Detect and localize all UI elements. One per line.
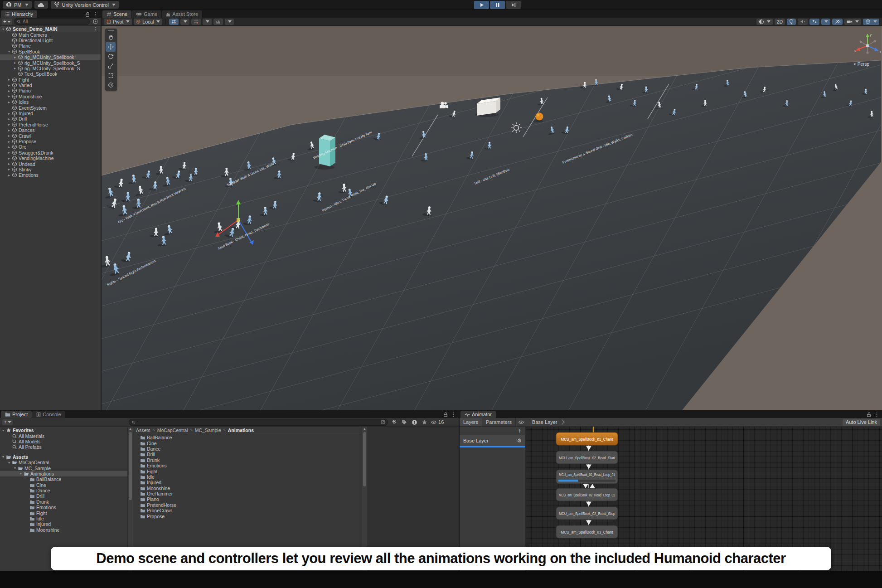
project-tree-item[interactable]: Idle (0, 516, 127, 521)
folder-item[interactable]: Propose (133, 513, 362, 519)
foldout-open-icon[interactable]: ▾ (1, 455, 5, 459)
project-tree-item[interactable]: ▾Animations (0, 471, 127, 476)
foldout-closed-icon[interactable]: ▸ (7, 151, 11, 155)
project-tree-item[interactable]: Emotions (0, 505, 127, 510)
layers-tab[interactable]: Layers (460, 418, 482, 426)
foldout-closed-icon[interactable]: ▸ (7, 156, 11, 160)
increment-snap-toggle[interactable] (191, 19, 201, 25)
hierarchy-item[interactable]: ▸Orc (0, 144, 101, 150)
foldout-closed-icon[interactable]: ▸ (7, 167, 11, 171)
lock-icon[interactable] (85, 12, 90, 17)
project-tree-item[interactable]: Moonshine (0, 527, 127, 533)
hierarchy-item[interactable]: ▸PretendHorse (0, 122, 101, 127)
folder-item[interactable]: Drunk (133, 457, 362, 463)
hidden-count[interactable]: 16 (431, 419, 444, 425)
animator-state[interactable]: MCU_am_SpellBook_02_Read_Stop (556, 507, 618, 520)
search-by-label-icon[interactable] (401, 419, 408, 425)
favorites-filter-icon[interactable] (421, 419, 428, 425)
project-tree-item[interactable]: All Models (0, 439, 127, 444)
add-layer-button[interactable]: + (460, 427, 525, 435)
hierarchy-item[interactable]: ▸Varied (0, 83, 101, 88)
effects-dropdown[interactable] (821, 19, 830, 25)
measure-dropdown[interactable] (225, 19, 234, 25)
warning-filter-icon[interactable] (411, 419, 418, 425)
tab-scene[interactable]: Scene (102, 10, 131, 18)
hierarchy-item[interactable]: ▸Crawl (0, 133, 101, 138)
foldout-open-icon[interactable]: ▾ (1, 27, 5, 31)
menu-kebab-icon[interactable]: ⋮ (93, 12, 98, 16)
rotate-tool-button[interactable] (106, 52, 116, 61)
hierarchy-item[interactable]: ▸VendingMachine (0, 156, 101, 161)
scroll-up-icon[interactable]: ▲ (362, 427, 367, 430)
foldout-closed-icon[interactable]: ▸ (13, 55, 17, 59)
pivot-dropdown[interactable]: Pivot (104, 19, 132, 25)
local-dropdown[interactable]: Local (134, 19, 162, 25)
foldout-closed-icon[interactable]: ▸ (7, 78, 11, 82)
breadcrumb-item[interactable]: MoCapCentral (157, 428, 188, 433)
foldout-closed-icon[interactable]: ▸ (7, 162, 11, 166)
hierarchy-item[interactable]: ▸Injured (0, 111, 101, 116)
transition-arrow-icon[interactable] (586, 502, 591, 506)
create-asset-button[interactable]: + (2, 419, 13, 425)
hierarchy-item[interactable]: EventSystem (0, 105, 101, 110)
foldout-closed-icon[interactable]: ▸ (7, 140, 11, 144)
popout-icon[interactable] (92, 19, 99, 25)
project-tree-item[interactable]: Fight (0, 510, 127, 515)
add-object-button[interactable]: + (2, 19, 12, 24)
folder-item[interactable]: ProneCrawl (133, 508, 362, 513)
2d-toggle[interactable]: 2D (775, 19, 785, 25)
menu-kebab-icon[interactable]: ⋮ (874, 412, 879, 417)
folder-item[interactable]: Drill (133, 452, 362, 457)
breadcrumb-item[interactable]: MC_Sample (195, 428, 221, 433)
animator-state[interactable]: MCU_am_SpellBook_02_Read_Start (556, 451, 618, 464)
rect-tool-button[interactable] (106, 71, 116, 80)
foldout-closed-icon[interactable]: ▸ (13, 66, 17, 70)
animator-state[interactable]: MCU_am_SpellBook_03_Chant (556, 525, 618, 538)
foldout-open-icon[interactable]: ▾ (7, 461, 11, 465)
hierarchy-item[interactable]: ▸Drill (0, 116, 101, 121)
animator-state[interactable]: MCU_am_SpellBook_02_Read_Loop_02 (556, 488, 618, 501)
project-tree-item[interactable]: Injured (0, 521, 127, 527)
gizmos-dropdown[interactable] (863, 19, 879, 25)
foldout-closed-icon[interactable]: ▸ (7, 94, 11, 98)
foldout-open-icon[interactable]: ▾ (1, 428, 5, 432)
transition-arrow-icon[interactable] (586, 520, 591, 525)
project-tree-item[interactable]: Drunk (0, 499, 127, 505)
hierarchy-item[interactable]: ▸Swagger&Drunk (0, 150, 101, 156)
hierarchy-item[interactable]: ▸rig_MCUnity_Spellbook (0, 54, 101, 60)
pause-button[interactable] (490, 1, 505, 9)
tab-project[interactable]: Project (1, 411, 32, 418)
hierarchy-item[interactable]: ▸Undead (0, 161, 101, 166)
hierarchy-item[interactable]: ▸Dances (0, 127, 101, 133)
hierarchy-item[interactable]: Main Camera (0, 32, 101, 37)
tool-strip-handle[interactable] (106, 29, 116, 33)
lighting-toggle[interactable] (787, 19, 796, 25)
account-button[interactable]: PM (3, 1, 32, 9)
search-popout-icon[interactable] (381, 420, 385, 424)
menu-kebab-icon[interactable]: ⋮ (451, 412, 456, 417)
hidden-objects-toggle[interactable] (832, 19, 843, 25)
folder-item[interactable]: OrcHammer (133, 491, 362, 496)
project-tree-item[interactable]: ▾Assets (0, 454, 127, 460)
camera-dropdown[interactable] (844, 19, 861, 25)
item-kebab-icon[interactable]: ⋮ (93, 27, 101, 31)
project-search-input[interactable] (129, 419, 388, 426)
folder-item[interactable]: Dance (133, 446, 362, 452)
transition-arrow-icon[interactable] (586, 446, 591, 451)
hierarchy-item[interactable]: ▾Scene_Demo_MAIN⋮ (0, 26, 101, 32)
hierarchy-item[interactable]: Plane (0, 43, 101, 49)
project-tree-item[interactable]: ▾MC_Sample (0, 465, 127, 471)
hierarchy-item[interactable]: ▸Stinky (0, 167, 101, 172)
hand-tool-button[interactable] (106, 33, 116, 42)
effects-toggle[interactable] (809, 19, 819, 25)
folder-item[interactable]: Piano (133, 496, 362, 502)
folder-item[interactable]: Idle (133, 474, 362, 480)
play-button[interactable] (474, 1, 489, 9)
shading-mode-dropdown[interactable] (756, 19, 773, 25)
tab-console[interactable]: Console (32, 411, 65, 418)
layer-weight-bar[interactable] (460, 446, 525, 447)
hierarchy-item[interactable]: ▾SpellBook (0, 49, 101, 54)
grid-snap-toggle[interactable] (169, 19, 179, 25)
hierarchy-item[interactable]: Directional Light (0, 38, 101, 43)
folder-item[interactable]: Fight (133, 468, 362, 474)
